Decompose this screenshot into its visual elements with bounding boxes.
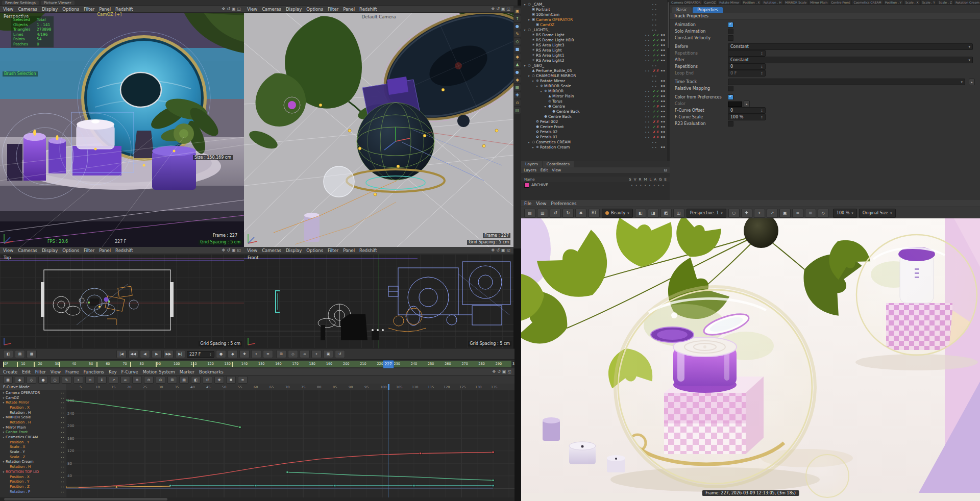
toolbar-icon[interactable]: ▣ <box>779 209 791 218</box>
tag-icons[interactable]: ▪▪ <box>661 79 666 82</box>
palette-icon[interactable]: ◆ <box>514 54 521 60</box>
time-track-picker-icon[interactable]: ▸ <box>969 79 975 85</box>
record-icon[interactable]: ⌖ <box>251 350 261 358</box>
palette-icon[interactable]: ⊙ <box>514 99 521 106</box>
fcurve-tool-icon[interactable]: ✎ <box>62 376 71 384</box>
object-row[interactable]: ▾ ▲ Mirror Plain ∙∙ ✓✓ ▪▪ <box>521 93 670 98</box>
object-row[interactable]: ▾ ○ _CAM_ ∙∙ ▪▪ <box>521 2 670 7</box>
toolbar-icon[interactable]: ✖ <box>575 209 586 218</box>
object-row[interactable]: ▾ ✿ Petal 002 ∙∙ ✗✗ ▪▪ <box>521 119 670 124</box>
tag-icons[interactable]: ▪▪ <box>661 120 666 123</box>
object-label[interactable]: Petal 002 <box>540 119 645 124</box>
tag-icons[interactable]: ▪▪ <box>661 89 666 92</box>
expand-caret[interactable]: ▾ <box>535 84 539 88</box>
fcurve-tool-icon[interactable]: ↺ <box>203 376 212 384</box>
track-label[interactable]: Camera OPERATOR <box>6 391 61 395</box>
menu-item[interactable]: Marker <box>180 369 194 374</box>
expand-caret[interactable]: ▾ <box>523 3 527 6</box>
timeline-option-icon[interactable]: ≈ <box>300 350 310 358</box>
menu-item[interactable]: Filter <box>35 369 46 374</box>
object-row[interactable]: ▾ ☀ RS Area Light1 ∙∙ ✓✓ ▪▪ <box>521 53 670 58</box>
repetitions-before-field[interactable]: ↕ <box>728 50 766 57</box>
visibility-dots[interactable]: ∙∙ <box>645 69 651 72</box>
fcurve-mode-label[interactable]: F-Curve Mode <box>0 384 66 390</box>
palette-icon[interactable]: ◆ <box>514 77 521 83</box>
object-row[interactable]: ▾ ● Centre ∙∙ ✓✗ ▪▪ <box>521 104 670 109</box>
object-row[interactable]: ▾ ☀ RS Area Light ∙∙ ✓✓ ▪▪ <box>521 47 670 53</box>
object-label[interactable]: _CAM_ <box>532 2 652 7</box>
track-label[interactable]: Scale . X <box>10 445 61 449</box>
palette-icon[interactable]: ▦ <box>514 84 521 91</box>
object-label[interactable]: Centre <box>552 104 645 109</box>
expand-caret[interactable]: ▾ <box>547 110 551 113</box>
expand-caret[interactable]: ▾ <box>531 130 535 134</box>
animation-checkbox[interactable] <box>728 22 733 28</box>
transport-button[interactable]: ▶| <box>175 350 185 358</box>
fcurve-tool-icon[interactable]: ✖ <box>226 376 236 384</box>
fcurve-track-row[interactable]: ▾ Rotation . H ∙∙ <box>0 420 66 425</box>
render-pass-dropdown[interactable]: Beauty▾ <box>602 209 633 218</box>
expand-caret[interactable]: ▾ <box>6 480 10 483</box>
track-chip[interactable]: Scale . Y <box>921 0 938 5</box>
track-label[interactable]: Scale . Z <box>10 455 61 459</box>
track-label[interactable]: Rotation . P <box>10 490 61 494</box>
palette-icon[interactable]: ▣ <box>514 8 521 14</box>
enable-marks[interactable]: ✓✓ <box>652 38 659 42</box>
record-icon[interactable]: ◆ <box>228 350 238 358</box>
viewport-corner-icon[interactable]: ↺ <box>497 369 501 374</box>
expand-caret[interactable]: ▾ <box>2 470 6 473</box>
fcurve-editor[interactable]: CreateEditFilterViewFrameFunctionsKeyF-C… <box>0 368 514 501</box>
expand-caret[interactable]: ▾ <box>527 18 531 21</box>
viewport-name-label[interactable]: Default Camera <box>360 14 397 19</box>
toolbar-icon[interactable]: ↻ <box>562 209 574 218</box>
object-label[interactable]: Camera OPERATOR <box>536 17 652 22</box>
timeline-option-icon[interactable]: ▣ <box>323 350 333 358</box>
attribute-manager[interactable]: Camera OPERATORCamOZRotate MirrorPositio… <box>670 0 980 200</box>
perspective-canvas[interactable]: Perspective SelectedTotalObjects1 : 141T… <box>0 12 244 247</box>
expand-caret[interactable]: ▾ <box>531 120 535 123</box>
fcurve-track-row[interactable]: ▾ Position . Y ∙∙ <box>0 440 66 445</box>
fcurve-track-row[interactable]: ▾ Rotation . H ∙∙ <box>0 464 66 469</box>
menu-item[interactable]: View <box>536 201 546 206</box>
fcurve-track-row[interactable]: ▾ Cosmetics CREAM ∙∙ <box>0 435 66 440</box>
time-track-dropdown[interactable]: ▾ <box>728 79 965 85</box>
object-row[interactable]: ▾ ⊕ MIRROR Scale ∙∙ ▪▪ <box>521 83 670 88</box>
object-row[interactable]: ▾ ✿ Petals 02 ∙∙ ✗✗ ▪▪ <box>521 129 670 134</box>
fcurve-tool-icon[interactable]: ✚ <box>214 376 224 384</box>
camera-dropdown[interactable]: Perspective. 1▾ <box>687 209 726 218</box>
viewport-corner-icon[interactable]: ✥ <box>222 248 225 253</box>
palette-icon[interactable]: ▤ <box>514 107 521 114</box>
expand-caret[interactable]: ▾ <box>527 33 531 37</box>
viewport-corner-icon[interactable]: ✥ <box>491 248 495 253</box>
fcurve-tool-icon[interactable]: ≈ <box>120 376 130 384</box>
object-row[interactable]: ▾ ○ _LIGHTS_ ∙∙ ▪▪ <box>521 27 670 32</box>
expand-caret[interactable]: ▾ <box>539 89 543 93</box>
expand-caret[interactable]: ▾ <box>6 450 10 454</box>
fcurve-tool-icon[interactable]: ⊞ <box>167 376 177 384</box>
track-chip[interactable]: Centre Front <box>829 0 852 5</box>
object-row[interactable]: ▾ ● Centre Back ∙∙ ✓✓ ▪▪ <box>521 109 670 114</box>
expand-caret[interactable]: ▾ <box>527 54 531 57</box>
menu-item[interactable]: Redshift <box>115 7 133 12</box>
fcurve-tool-icon[interactable]: ◇ <box>27 376 36 384</box>
fcurve-track-row[interactable]: ▾ Position . X ∙∙ <box>0 474 66 480</box>
menu-item[interactable]: Display <box>286 7 302 12</box>
timeline-option-icon[interactable]: ⌖ <box>311 350 322 358</box>
tag-icons[interactable]: ▪▪ <box>661 43 666 46</box>
fcurve-track-row[interactable]: ▾ Camera OPERATOR ∙∙ <box>0 390 66 395</box>
layer-flags[interactable]: ∙∙∙∙∙∙∙∙ <box>631 183 667 187</box>
toolbar-icon[interactable]: ○ <box>728 209 740 218</box>
object-row[interactable]: ▾ ● Centre Back ∙∙ ✓✓ ▪▪ <box>521 114 670 119</box>
object-label[interactable]: MIRROR Scale <box>544 84 652 88</box>
palette-icon[interactable]: ● <box>514 69 521 76</box>
palette-icon[interactable]: ● <box>514 23 521 30</box>
color-expand-icon[interactable]: ▸ <box>744 101 750 107</box>
fcurve-offset-field[interactable]: 0↕ <box>728 107 766 114</box>
timeline-cursor[interactable]: 227 <box>383 360 394 368</box>
fcurve-track-row[interactable]: ▾ Position . X ∙∙ <box>0 405 66 410</box>
fcurve-tool-icon[interactable]: ⊙ <box>156 376 165 384</box>
track-chip[interactable]: CamOZ <box>703 0 718 5</box>
track-label[interactable]: Position . X <box>10 406 61 410</box>
fcurve-tool-icon[interactable]: ▦ <box>3 376 13 384</box>
menu-item[interactable]: Functions <box>83 369 104 374</box>
